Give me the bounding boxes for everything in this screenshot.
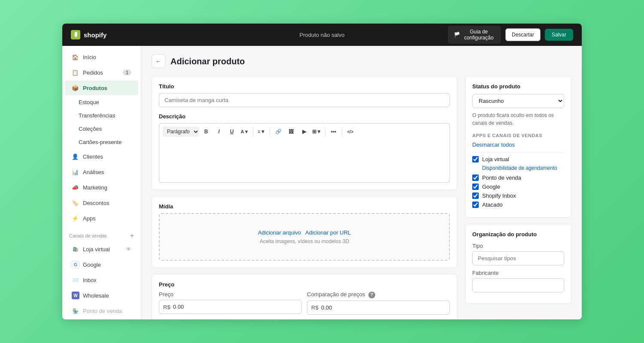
channel-row-google: Google	[472, 184, 564, 190]
italic-button[interactable]: I	[213, 126, 225, 138]
rte-separator	[253, 127, 253, 136]
atacado-checkbox[interactable]	[472, 202, 479, 208]
google-icon: G	[72, 261, 79, 268]
config-button[interactable]: 🏳️ Guia de configuração	[448, 26, 501, 44]
shopify-logo-icon	[71, 30, 80, 39]
upload-file-link[interactable]: Adicionar arquivo	[258, 229, 301, 236]
left-column: Título Descrição Parágrafo B I U A▼	[152, 76, 457, 319]
add-channel-icon[interactable]: +	[130, 232, 134, 240]
channel-label: Inbox	[83, 277, 97, 283]
sidebar-sub-transferencias[interactable]: Transferências	[65, 109, 138, 122]
two-col-layout: Título Descrição Parágrafo B I U A▼	[152, 76, 571, 319]
back-button[interactable]: ←	[152, 54, 165, 68]
table-button[interactable]: ⊞▼	[311, 126, 323, 138]
text-color-button[interactable]: A▼	[239, 126, 251, 138]
sidebar-sub-estoque[interactable]: Estoque	[65, 96, 138, 108]
tipo-field: Tipo	[472, 243, 564, 265]
paragraph-select[interactable]: Parágrafo	[163, 126, 199, 137]
channel-label: Google	[83, 262, 101, 268]
price-card: Preço Preço R$ Compa	[152, 274, 457, 319]
title-field-label: Título	[159, 83, 450, 90]
loja-virtual-checkbox[interactable]	[472, 156, 479, 162]
rte-toolbar: Parágrafo B I U A▼ ≡▼ 🔗 🖼 ▶	[159, 123, 450, 140]
channel-label: Wholesale	[83, 292, 109, 299]
sidebar: 🏠 Início 📋 Pedidos 1 📦 Produtos Estoque …	[62, 46, 141, 319]
page-title: Adicionar produto	[170, 57, 245, 66]
video-button[interactable]: ▶	[298, 126, 310, 138]
shopify-inbox-checkbox[interactable]	[472, 193, 479, 199]
sidebar-item-descontos[interactable]: 🏷️ Descontos	[65, 196, 138, 210]
sidebar-channel-loja-virtual[interactable]: 🛍️ Loja virtual 👁	[65, 242, 138, 256]
sidebar-channel-google[interactable]: G Google	[65, 257, 138, 272]
sidebar-item-produtos[interactable]: 📦 Produtos	[65, 81, 138, 95]
channels-section-label: Canais de vendas +	[62, 226, 141, 241]
discard-button[interactable]: Descartar	[505, 28, 541, 41]
eye-icon[interactable]: 👁	[126, 246, 131, 253]
status-select[interactable]: Rascunho Ativo	[472, 94, 564, 108]
wholesale-icon: W	[72, 292, 79, 299]
more-button[interactable]: •••	[328, 126, 340, 138]
ponto-venda-checkbox[interactable]	[472, 175, 479, 181]
sidebar-item-analises[interactable]: 📊 Análises	[65, 165, 138, 179]
channel-row-shopify-inbox: Shopify Inbox	[472, 193, 564, 199]
sidebar-channel-ponto-venda[interactable]: 🏪 Ponto de venda	[65, 304, 138, 318]
sidebar-channel-inbox[interactable]: ✉️ Inbox	[65, 273, 138, 287]
google-name: Google	[482, 184, 500, 190]
atacado-name: Atacado	[482, 202, 503, 208]
google-checkbox[interactable]	[472, 184, 479, 190]
rte-separator4	[342, 127, 342, 136]
media-upload-area[interactable]: Adicionar arquivo Adicionar por URL Acei…	[159, 213, 450, 261]
link-button[interactable]: 🔗	[272, 126, 284, 138]
deselect-all-link[interactable]: Desmarcar todos	[472, 141, 564, 148]
title-card: Título Descrição Parágrafo B I U A▼	[152, 76, 457, 190]
topbar-actions: 🏳️ Guia de configuração Descartar Salvar	[448, 26, 574, 44]
compare-info-icon[interactable]: ?	[368, 292, 375, 298]
sidebar-sub-cartoes[interactable]: Cartões-presente	[65, 136, 138, 148]
sidebar-item-clientes[interactable]: 👤 Clientes	[65, 149, 138, 164]
source-button[interactable]: </>	[344, 126, 356, 138]
image-button[interactable]: 🖼	[285, 126, 297, 138]
sidebar-sub-colecoes[interactable]: Coleções	[65, 123, 138, 135]
clients-icon: 👤	[72, 153, 79, 160]
logo: shopify	[71, 30, 197, 39]
price-field-label: Preço	[159, 291, 302, 298]
main-layout: 🏠 Início 📋 Pedidos 1 📦 Produtos Estoque …	[62, 46, 582, 319]
channel-row-ponto-venda: Ponto de venda	[472, 175, 564, 181]
price-input[interactable]	[159, 300, 302, 314]
sidebar-item-pedidos[interactable]: 📋 Pedidos 1	[65, 65, 138, 80]
tipo-input[interactable]	[472, 251, 564, 265]
marketing-icon: 📣	[72, 184, 79, 191]
compare-field-label: Comparação de preços ?	[307, 291, 450, 298]
analytics-icon: 📊	[72, 168, 79, 175]
sidebar-channel-wholesale[interactable]: W Wholesale	[65, 288, 138, 303]
loja-virtual-name: Loja virtual	[482, 156, 509, 162]
sidebar-item-apps[interactable]: ⚡ Apps	[65, 211, 138, 226]
compare-input-wrap: R$	[307, 301, 450, 315]
rte-separator3	[325, 127, 325, 136]
shopify-inbox-name: Shopify Inbox	[482, 193, 516, 199]
product-title-input[interactable]	[159, 93, 450, 107]
align-button[interactable]: ≡▼	[255, 126, 267, 138]
sidebar-item-inicio[interactable]: 🏠 Início	[65, 50, 138, 64]
loja-virtual-schedule-link[interactable]: Disponibilidade de agendamento	[482, 165, 564, 171]
sidebar-item-label: Início	[83, 54, 96, 60]
save-button[interactable]: Salvar	[545, 29, 573, 41]
sidebar-item-label: Marketing	[83, 184, 107, 191]
underline-button[interactable]: U	[226, 126, 238, 138]
sidebar-item-label: Produtos	[83, 85, 107, 91]
sidebar-item-marketing[interactable]: 📣 Marketing	[65, 180, 138, 195]
sidebar-item-label: Pedidos	[83, 69, 103, 76]
inbox-icon: ✉️	[72, 276, 79, 284]
main-content: ← Adicionar produto Título Descrição Par…	[141, 46, 582, 319]
desc-field-label: Descrição	[159, 113, 450, 120]
media-label: Mídia	[159, 203, 450, 210]
orders-icon: 📋	[72, 69, 79, 76]
price-field-wrap: Preço R$	[159, 291, 302, 315]
description-editor[interactable]	[159, 140, 450, 183]
channel-row-atacado: Atacado	[472, 202, 564, 208]
bold-button[interactable]: B	[200, 126, 212, 138]
fabricante-input[interactable]	[472, 278, 564, 292]
upload-hint: Aceita imagens, vídeos ou modelos 3D	[260, 238, 349, 244]
compare-price-input[interactable]	[307, 301, 450, 315]
upload-url-link[interactable]: Adicionar por URL	[305, 229, 351, 236]
